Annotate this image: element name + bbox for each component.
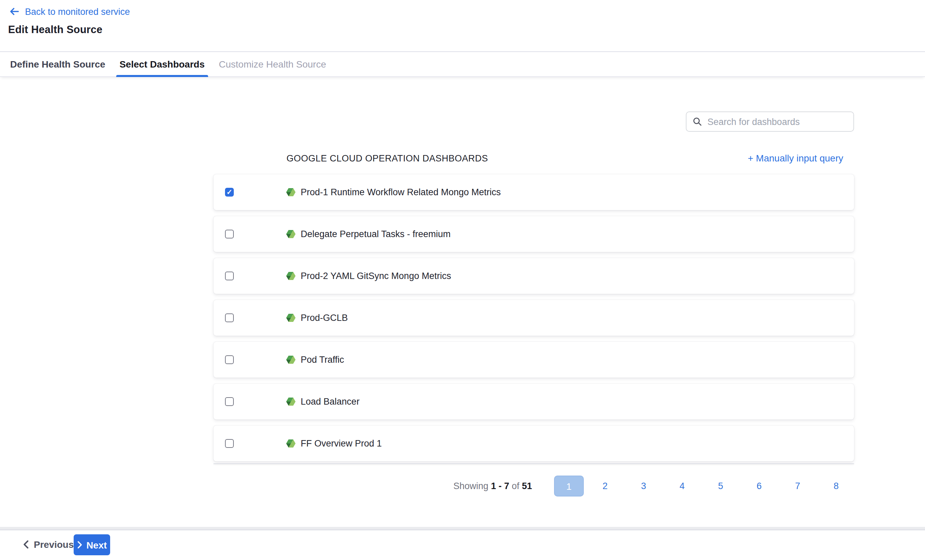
row-checkbox[interactable] xyxy=(225,230,234,238)
dashboard-row[interactable]: Pod Traffic xyxy=(214,342,854,378)
dashboard-row[interactable]: Prod-1 Runtime Workflow Related Mongo Me… xyxy=(214,174,854,210)
table-bottom-divider xyxy=(214,464,854,464)
row-checkbox[interactable] xyxy=(225,188,234,197)
green-hexagon-dashboard-icon xyxy=(286,187,296,197)
row-checkbox[interactable] xyxy=(225,439,234,448)
tab-customize-health-source[interactable]: Customize Health Source xyxy=(218,52,328,76)
previous-button[interactable]: Previous xyxy=(23,539,74,550)
previous-label: Previous xyxy=(34,539,74,550)
dashboard-row[interactable]: Prod-2 YAML GitSync Mongo Metrics xyxy=(214,258,854,294)
page-button[interactable]: 4 xyxy=(663,476,701,497)
tab-select-dashboards[interactable]: Select Dashboards xyxy=(118,52,206,76)
row-checkbox[interactable] xyxy=(225,397,234,406)
search-input[interactable] xyxy=(707,112,853,131)
dashboard-name: FF Overview Prod 1 xyxy=(301,438,382,449)
back-arrow-icon xyxy=(9,6,20,17)
back-link-label: Back to monitored service xyxy=(25,6,130,17)
green-hexagon-dashboard-icon xyxy=(286,438,296,449)
page-button[interactable]: 2 xyxy=(586,476,624,497)
dashboard-group-header: GOOGLE CLOUD OPERATION DASHBOARDS xyxy=(286,154,488,164)
footer-shadow-band xyxy=(0,527,925,530)
row-checkbox[interactable] xyxy=(225,355,234,364)
dashboard-name: Prod-GCLB xyxy=(301,313,348,323)
wizard-tabbar: Define Health Source Select Dashboards C… xyxy=(0,51,925,77)
next-button[interactable]: Next xyxy=(74,534,110,555)
search-icon xyxy=(693,117,702,126)
page-title: Edit Health Source xyxy=(8,24,102,36)
manually-input-query-link[interactable]: + Manually input query xyxy=(748,153,843,164)
page-button[interactable]: 6 xyxy=(740,476,778,497)
dashboard-name: Load Balancer xyxy=(301,396,360,406)
green-hexagon-dashboard-icon xyxy=(286,271,296,281)
dashboard-row[interactable]: Delegate Perpetual Tasks - freemium xyxy=(214,216,854,252)
back-to-monitored-service-link[interactable]: Back to monitored service xyxy=(9,6,130,17)
showing-of: of xyxy=(512,481,520,491)
showing-range: 1 - 7 xyxy=(491,481,509,491)
chevron-left-icon xyxy=(23,540,29,548)
page-button[interactable]: 5 xyxy=(701,476,740,497)
dashboard-name: Prod-1 Runtime Workflow Related Mongo Me… xyxy=(301,187,501,197)
showing-prefix: Showing xyxy=(453,481,488,491)
dashboard-row[interactable]: FF Overview Prod 1 xyxy=(214,426,854,461)
tab-define-health-source[interactable]: Define Health Source xyxy=(9,52,107,76)
showing-total: 51 xyxy=(522,481,532,491)
green-hexagon-dashboard-icon xyxy=(286,313,296,323)
pagination-summary: Showing 1 - 7 of 51 xyxy=(453,481,532,491)
page-button[interactable]: 7 xyxy=(778,476,817,497)
dashboard-search-box xyxy=(686,111,854,132)
dashboard-row[interactable]: Load Balancer xyxy=(214,384,854,420)
dashboard-name: Pod Traffic xyxy=(301,355,344,365)
page-button[interactable]: 3 xyxy=(624,476,663,497)
next-label: Next xyxy=(86,539,107,550)
dashboard-name: Prod-2 YAML GitSync Mongo Metrics xyxy=(301,271,451,281)
green-hexagon-dashboard-icon xyxy=(286,396,296,406)
edit-health-source-page: Back to monitored service Edit Health So… xyxy=(0,0,925,560)
green-hexagon-dashboard-icon xyxy=(286,355,296,365)
pagination-pages: 1 2 3 4 5 6 7 8 xyxy=(554,476,856,497)
footer-bar: Previous Next xyxy=(0,530,925,560)
chevron-right-icon xyxy=(77,541,83,548)
row-checkbox[interactable] xyxy=(225,313,234,322)
page-button[interactable]: 8 xyxy=(817,476,856,497)
dashboard-row[interactable]: Prod-GCLB xyxy=(214,300,854,336)
row-checkbox[interactable] xyxy=(225,272,234,280)
green-hexagon-dashboard-icon xyxy=(286,229,296,239)
page-button[interactable]: 1 xyxy=(554,476,584,497)
dashboard-name: Delegate Perpetual Tasks - freemium xyxy=(301,229,451,239)
